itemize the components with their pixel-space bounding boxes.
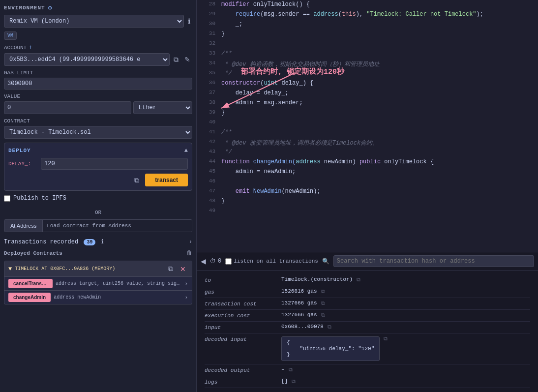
or-divider: OR	[4, 210, 192, 215]
copy-tx-val-btn[interactable]: ⧉	[320, 312, 326, 318]
tx-val-text: Timelock.(constructor)	[281, 276, 353, 282]
copy-tx-val-btn[interactable]: ⧉	[291, 378, 297, 385]
line-content: */	[221, 69, 534, 77]
tx-row: transaction cost1327666 gas⧉	[205, 298, 530, 310]
copy-tx-val-btn[interactable]: ⧉	[327, 324, 332, 330]
tx-key: to	[205, 276, 273, 283]
change-chevron[interactable]: ›	[184, 295, 188, 301]
environment-label: ENVIRONMENT	[4, 5, 45, 11]
copy-decoded-input-btn[interactable]: ⧉	[383, 335, 389, 342]
clock-icon: ⏱	[210, 258, 216, 265]
copy-account-btn[interactable]: ⧉	[172, 55, 180, 65]
code-line: 35 */	[197, 69, 538, 79]
tx-key: decoded output	[205, 366, 273, 373]
tx-search-input[interactable]	[333, 255, 534, 267]
change-admin-btn[interactable]: changeAdmin	[8, 293, 51, 302]
publish-ipfs-checkbox[interactable]	[4, 195, 10, 202]
collapse-btn[interactable]: ◀	[201, 257, 206, 265]
env-select-row: Remix VM (London) ℹ	[4, 15, 192, 28]
line-number: 46	[201, 177, 215, 184]
line-content: function changeAdmin(address newAdmin) p…	[221, 157, 534, 165]
environment-select[interactable]: Remix VM (London)	[4, 15, 184, 28]
copy-contract-btn[interactable]: ⧉	[166, 264, 175, 274]
account-select[interactable]: 0x5B3...eddC4 (99.49999999999583646 e	[4, 53, 170, 66]
delay-input[interactable]	[41, 158, 188, 170]
expand-icon[interactable]: ▼	[8, 266, 12, 272]
copy-tx-val-btn[interactable]: ⧉	[320, 288, 326, 295]
line-number: 42	[201, 138, 215, 145]
at-address-button[interactable]: At Address	[4, 220, 43, 232]
contract-select[interactable]: Timelock - Timelock.sol	[4, 126, 192, 139]
code-line: 36constructor(uint delay_) {	[197, 79, 538, 89]
close-contract-btn[interactable]: ✕	[178, 264, 188, 274]
line-number: 48	[201, 197, 215, 204]
copy-tx-val-btn[interactable]: ⧉	[356, 276, 361, 283]
tx-val-text: –	[281, 366, 285, 372]
line-content: /**	[221, 128, 534, 136]
gas-limit-input[interactable]: 3000000	[4, 78, 192, 90]
tx-row: toTimelock.(constructor)⧉	[205, 274, 530, 286]
tx-val-text: 1526816 gas	[281, 288, 317, 294]
cancel-transact-btn[interactable]: cancelTransa...	[8, 279, 53, 288]
code-line: 49	[197, 207, 538, 216]
line-number: 32	[201, 39, 215, 46]
tx-value: { "uint256 delay_": "120" }⧉	[281, 335, 530, 362]
tx-val-text: []	[281, 378, 288, 384]
tx-toolbar: ◀ ⏱ 0 listen on all transactions 🔍	[197, 252, 538, 271]
code-line: 37 delay = delay_;	[197, 89, 538, 98]
value-label: VALUE	[4, 93, 192, 99]
line-content: }	[221, 197, 534, 205]
env-info-btn[interactable]: ℹ	[186, 16, 192, 26]
cancel-function-row: cancelTransa... address target, uint256 …	[4, 276, 192, 290]
line-content: delay = delay_;	[221, 89, 534, 96]
line-content: }	[221, 30, 534, 37]
line-number: 43	[201, 148, 215, 154]
copy-deploy-btn[interactable]: ⧉	[132, 175, 141, 185]
listen-checkbox[interactable]	[225, 258, 232, 265]
transact-button[interactable]: transact	[145, 174, 188, 186]
tx-key: logs	[205, 378, 273, 385]
code-line: 30 _;	[197, 20, 538, 30]
code-line: 29 require(msg.sender == address(this), …	[197, 10, 538, 20]
tx-value: –⧉	[281, 366, 530, 373]
tx-row: input0x608...00078⧉	[205, 322, 530, 333]
tx-count-row: ⏱ 0	[210, 258, 221, 265]
tx-key: input	[205, 324, 273, 331]
contract-instance: ▼ TIMELOCK AT 0X0FC...9A836 (MEMORY) ⧉ ✕…	[4, 261, 192, 304]
tx-count-val: 0	[218, 258, 221, 265]
tx-val-text: 0x608...00078	[281, 324, 324, 330]
tx-row: execution cost1327666 gas⧉	[205, 310, 530, 322]
account-label: ACCOUNT +	[4, 44, 192, 51]
tx-value: 0x608...00078⧉	[281, 324, 530, 330]
value-unit-select[interactable]: Ether	[133, 101, 192, 114]
tx-key: decoded input	[205, 335, 273, 342]
copy-tx-val-btn[interactable]: ⧉	[288, 366, 294, 373]
line-content: admin = msg.sender;	[221, 98, 534, 106]
load-contract-label: Load contract from Address	[43, 220, 192, 232]
copy-tx-val-btn[interactable]: ⧉	[320, 300, 326, 306]
delay-label: DELAY_:	[8, 161, 38, 167]
left-panel: ENVIRONMENT ⚙ Remix VM (London) ℹ VM ACC…	[0, 0, 197, 392]
line-number: 28	[201, 0, 215, 7]
code-line: 46	[197, 177, 538, 187]
tx-key: execution cost	[205, 312, 273, 319]
value-input[interactable]	[4, 101, 131, 114]
tx-row: gas1526816 gas⧉	[205, 286, 530, 298]
line-content: _;	[221, 20, 534, 28]
delay-param-row: DELAY_:	[8, 158, 188, 170]
line-number: 35	[201, 69, 215, 76]
right-panel: 28modifier onlyTimelock() {29 require(ms…	[197, 0, 538, 392]
tx-key: transaction cost	[205, 300, 273, 307]
trash-icon[interactable]: 🗑	[186, 249, 192, 257]
cancel-chevron[interactable]: ›	[184, 281, 188, 287]
edit-account-btn[interactable]: ✎	[182, 55, 192, 64]
tx-row: decoded output–⧉	[205, 364, 530, 376]
line-number: 33	[201, 49, 215, 56]
deployed-contracts-header: Deployed Contracts 🗑	[4, 249, 192, 257]
deploy-title: DEPLOY	[8, 148, 31, 153]
deploy-chevron[interactable]: ▲	[184, 147, 188, 154]
account-row: 0x5B3...eddC4 (99.49999999999583646 e ⧉ …	[4, 53, 192, 66]
code-line: 34 * @dev 构造函数，初始化交易锁时间（秒）和管理员地址	[197, 59, 538, 69]
transactions-chevron[interactable]: ›	[189, 239, 192, 245]
add-account-icon[interactable]: +	[29, 44, 32, 51]
